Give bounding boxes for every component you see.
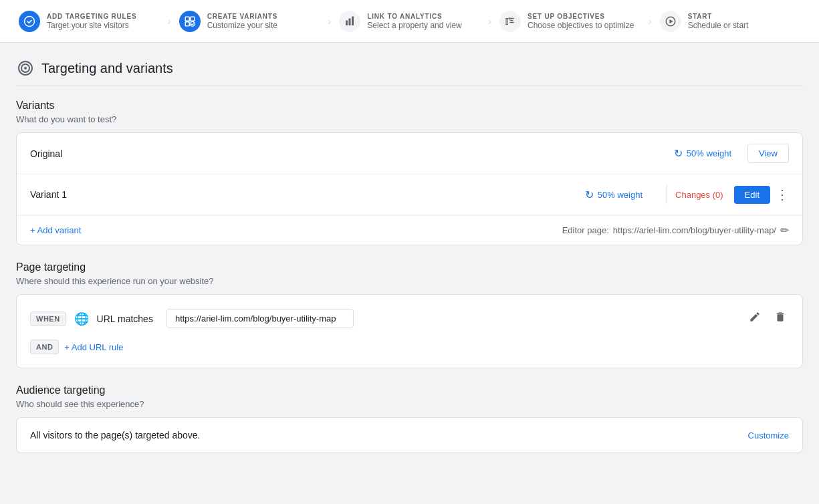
top-nav: ADD TARGETING RULES Target your site vis… — [0, 0, 819, 43]
globe-icon: 🌐 — [74, 311, 89, 326]
svg-marker-12 — [669, 19, 673, 23]
variant-row-original: Original ↻ 50% weight View — [17, 133, 802, 174]
divider-1 — [667, 185, 667, 204]
nav-step-add-targeting[interactable]: ADD TARGETING RULES Target your site vis… — [11, 11, 167, 32]
step-desc-add-targeting: Target your site visitors — [47, 21, 136, 30]
targeting-card-inner: WHEN 🌐 URL matches — [17, 295, 802, 368]
url-rule-row: WHEN 🌐 URL matches — [30, 308, 789, 329]
customize-link[interactable]: Customize — [748, 430, 789, 440]
page-title: Targeting and variants — [41, 61, 173, 76]
step-label-create-variants: CREATE VARIANTS — [207, 13, 278, 20]
page-targeting-subtext: Where should this experience run on your… — [16, 276, 803, 286]
edit-button-1[interactable]: Edit — [734, 186, 770, 204]
step-label-start: START — [688, 13, 749, 20]
svg-rect-1 — [185, 17, 189, 21]
variants-card: Original ↻ 50% weight View Variant 1 ↻ 5… — [16, 132, 803, 245]
audience-targeting-subtext: Who should see this experience? — [16, 399, 803, 409]
editor-page-url: https://ariel-lim.com/blog/buyer-utility… — [613, 225, 776, 235]
svg-rect-5 — [346, 20, 348, 25]
changes-link-1[interactable]: Changes (0) — [675, 190, 723, 200]
page-header: Targeting and variants — [16, 59, 803, 86]
main-content: Targeting and variants Variants What do … — [0, 43, 819, 485]
url-input[interactable] — [166, 309, 354, 328]
add-variant-row: + Add variant Editor page: https://ariel… — [17, 215, 802, 245]
more-options-icon-1[interactable]: ⋮ — [776, 186, 789, 203]
step-desc-objectives: Choose objectives to optimize — [528, 21, 634, 30]
step-label-link-analytics: LINK TO ANALYTICS — [367, 13, 461, 20]
svg-rect-2 — [190, 17, 194, 21]
svg-rect-8 — [509, 17, 514, 19]
add-url-row: AND + Add URL rule — [30, 340, 789, 354]
step-text-create-variants: CREATE VARIANTS Customize your site — [207, 13, 278, 30]
svg-rect-9 — [509, 19, 513, 21]
view-button-original[interactable]: View — [747, 144, 789, 163]
audience-targeting-heading: Audience targeting — [16, 384, 803, 396]
variant-name-1: Variant 1 — [30, 189, 585, 200]
weight-badge-original: ↻ 50% weight — [674, 147, 731, 160]
step-icon-link-analytics — [339, 11, 360, 32]
targeting-icon — [16, 59, 35, 78]
svg-rect-6 — [349, 18, 351, 25]
step-label-objectives: SET UP OBJECTIVES — [528, 13, 634, 20]
nav-step-start[interactable]: START Schedule or start — [652, 11, 808, 32]
weight-label-1: 50% weight — [598, 190, 642, 200]
variants-section: Variants What do you want to test? Origi… — [16, 100, 803, 245]
editor-page-text: Editor page: https://ariel-lim.com/blog/… — [562, 224, 789, 237]
nav-step-objectives[interactable]: SET UP OBJECTIVES Choose objectives to o… — [491, 11, 648, 32]
step-icon-create-variants — [179, 11, 201, 32]
edit-url-icon[interactable]: ✏ — [780, 224, 789, 237]
variants-heading: Variants — [16, 100, 803, 112]
step-desc-create-variants: Customize your site — [207, 21, 278, 30]
step-icon-add-targeting — [19, 11, 40, 32]
edit-url-rule-button[interactable] — [746, 308, 764, 329]
svg-point-15 — [24, 67, 27, 70]
step-icon-start — [660, 11, 681, 32]
variant-row-1: Variant 1 ↻ 50% weight Changes (0) Edit … — [17, 174, 802, 215]
editor-page-prefix: Editor page: — [562, 225, 609, 235]
refresh-icon-original: ↻ — [674, 147, 683, 160]
page-targeting-heading: Page targeting — [16, 261, 803, 273]
step-text-add-targeting: ADD TARGETING RULES Target your site vis… — [47, 13, 136, 30]
weight-label-original: 50% weight — [687, 148, 731, 158]
step-text-link-analytics: LINK TO ANALYTICS Select a property and … — [367, 13, 461, 30]
delete-url-rule-button[interactable] — [772, 308, 789, 329]
svg-rect-3 — [185, 21, 189, 25]
add-variant-link[interactable]: + Add variant — [30, 225, 81, 235]
step-icon-objectives — [499, 11, 521, 32]
svg-rect-7 — [352, 16, 354, 25]
step-desc-link-analytics: Select a property and view — [367, 21, 461, 30]
step-text-objectives: SET UP OBJECTIVES Choose objectives to o… — [528, 13, 634, 30]
nav-step-create-variants[interactable]: CREATE VARIANTS Customize your site — [171, 11, 328, 32]
step-desc-start: Schedule or start — [688, 21, 749, 30]
variant-name-original: Original — [30, 148, 674, 159]
when-badge: WHEN — [30, 311, 66, 326]
svg-rect-10 — [509, 21, 514, 23]
page-targeting-section: Page targeting Where should this experie… — [16, 261, 803, 368]
audience-text: All visitors to the page(s) targeted abo… — [30, 430, 200, 440]
variants-subtext: What do you want to test? — [16, 114, 803, 124]
and-badge: AND — [30, 340, 59, 354]
add-url-link[interactable]: + Add URL rule — [64, 342, 123, 352]
svg-point-0 — [25, 16, 35, 26]
refresh-icon-1: ↻ — [585, 188, 594, 201]
step-label-add-targeting: ADD TARGETING RULES — [47, 13, 136, 20]
step-text-start: START Schedule or start — [688, 13, 749, 30]
url-matches-label: URL matches — [97, 313, 153, 324]
audience-targeting-section: Audience targeting Who should see this e… — [16, 384, 803, 453]
audience-card-inner: All visitors to the page(s) targeted abo… — [17, 418, 802, 453]
page-targeting-card: WHEN 🌐 URL matches — [16, 294, 803, 368]
audience-targeting-card: All visitors to the page(s) targeted abo… — [16, 417, 803, 453]
nav-step-link-analytics[interactable]: LINK TO ANALYTICS Select a property and … — [331, 11, 487, 32]
weight-badge-1: ↻ 50% weight — [585, 188, 642, 201]
